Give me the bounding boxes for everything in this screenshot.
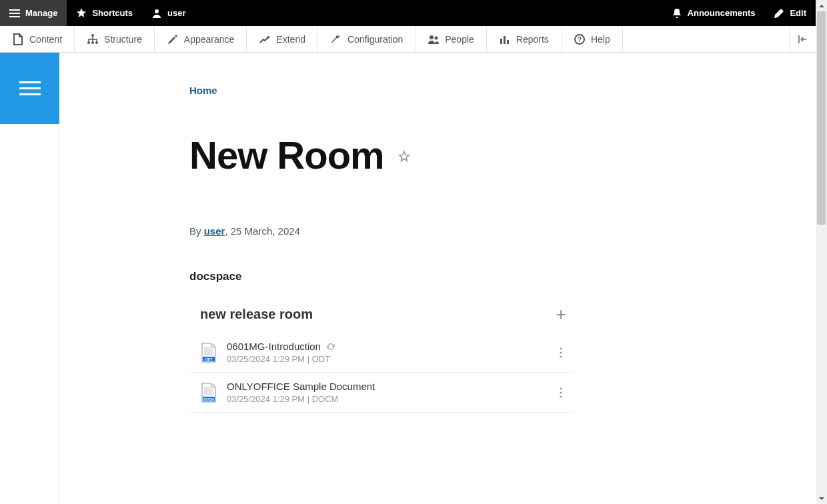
manage-label: Manage <box>25 8 57 18</box>
byline-prefix: By <box>189 225 204 237</box>
file-type-icon: ODT <box>200 343 217 363</box>
sidebar-menu-toggle[interactable] <box>0 53 59 124</box>
wrench-icon <box>330 33 342 45</box>
document-icon: ODT <box>200 343 217 363</box>
kebab-icon <box>560 387 562 398</box>
svg-point-6 <box>91 41 94 44</box>
puzzle-icon <box>259 33 271 45</box>
file-actions-button[interactable] <box>553 387 569 398</box>
manage-button[interactable]: Manage <box>0 0 67 26</box>
admin-menu-spacer <box>623 26 789 52</box>
svg-point-10 <box>435 36 438 39</box>
file-actions-button[interactable] <box>553 347 569 358</box>
menu-configuration[interactable]: Configuration <box>318 26 416 52</box>
docspace-header: new release room + <box>189 301 573 333</box>
document-icon: DOCM <box>200 383 217 403</box>
menu-configuration-label: Configuration <box>347 34 403 45</box>
room-name: new release room <box>200 307 313 322</box>
announcements-button[interactable]: Announcements <box>662 0 765 26</box>
admin-toolbar: Manage Shortcuts user Announcements Edit <box>0 0 816 26</box>
file-row[interactable]: DOCM ONLYOFFICE Sample Document 03/25/20… <box>189 373 573 413</box>
file-list: ODT 0601MG-Introduction 03/25/2024 1:29 … <box>189 333 573 413</box>
scroll-thumb[interactable] <box>817 11 826 225</box>
menu-extend-label: Extend <box>276 34 305 45</box>
breadcrumb: Home <box>189 85 816 96</box>
byline: By user, 25 March, 2024 <box>189 225 816 237</box>
page-icon <box>12 33 24 45</box>
favorite-button[interactable] <box>397 150 411 166</box>
pencil-icon <box>774 8 784 19</box>
hamburger-icon <box>19 81 41 95</box>
svg-text:ODT: ODT <box>205 357 213 361</box>
menu-people[interactable]: People <box>416 26 487 52</box>
svg-text:DOCM: DOCM <box>203 397 213 401</box>
hierarchy-icon <box>87 33 99 45</box>
chevron-up-icon <box>819 3 824 9</box>
menu-help[interactable]: ? Help <box>562 26 623 52</box>
announcements-label: Announcements <box>688 8 756 18</box>
hamburger-icon <box>9 8 20 19</box>
chart-icon <box>499 33 511 45</box>
svg-point-25 <box>560 355 562 357</box>
svg-rect-1 <box>9 13 20 14</box>
svg-point-33 <box>560 391 562 393</box>
menu-content[interactable]: Content <box>0 26 75 52</box>
file-info: 0601MG-Introduction 03/25/2024 1:29 PM |… <box>227 341 553 364</box>
svg-rect-2 <box>9 16 20 17</box>
scroll-down-button[interactable] <box>816 493 827 504</box>
svg-point-34 <box>560 395 562 397</box>
menu-extend[interactable]: Extend <box>247 26 318 52</box>
file-info: ONLYOFFICE Sample Document 03/25/2024 1:… <box>227 381 553 404</box>
kebab-icon <box>560 347 562 358</box>
menu-reports[interactable]: Reports <box>487 26 562 52</box>
people-icon <box>428 33 440 45</box>
page-title: New Room <box>189 133 384 177</box>
toolbar-collapse-button[interactable] <box>789 26 816 52</box>
svg-rect-16 <box>798 35 800 43</box>
author-link[interactable]: user <box>204 225 225 237</box>
edit-button[interactable]: Edit <box>764 0 816 26</box>
svg-point-7 <box>95 41 98 44</box>
menu-help-label: Help <box>591 34 610 45</box>
menu-structure[interactable]: Structure <box>75 26 155 52</box>
svg-point-32 <box>560 387 562 389</box>
left-sidebar <box>0 53 59 504</box>
sync-icon <box>326 342 335 351</box>
menu-structure-label: Structure <box>104 34 142 45</box>
add-file-button[interactable]: + <box>552 305 570 323</box>
user-button[interactable]: user <box>142 0 195 26</box>
svg-point-9 <box>430 35 434 39</box>
shortcuts-button[interactable]: Shortcuts <box>67 0 142 26</box>
file-name: 0601MG-Introduction <box>227 341 335 352</box>
menu-appearance[interactable]: Appearance <box>155 26 247 52</box>
svg-point-8 <box>267 36 269 39</box>
user-label: user <box>167 8 185 18</box>
file-row[interactable]: ODT 0601MG-Introduction 03/25/2024 1:29 … <box>189 333 573 373</box>
scroll-up-button[interactable] <box>816 0 827 11</box>
svg-text:?: ? <box>578 36 582 43</box>
bell-icon <box>672 8 682 19</box>
star-outline-icon <box>397 150 411 163</box>
help-icon: ? <box>574 33 586 45</box>
person-icon <box>151 8 162 19</box>
svg-rect-12 <box>504 36 506 44</box>
svg-rect-0 <box>9 9 20 11</box>
svg-point-4 <box>91 34 94 37</box>
menu-people-label: People <box>445 34 474 45</box>
vertical-scrollbar[interactable] <box>816 0 827 504</box>
docspace-panel: new release room + ODT 0601MG-Introducti… <box>189 301 573 413</box>
collapse-icon <box>797 33 809 45</box>
menu-reports-label: Reports <box>516 34 549 45</box>
section-label: docspace <box>189 270 816 283</box>
svg-point-5 <box>87 41 90 44</box>
svg-point-3 <box>155 9 159 13</box>
file-meta: 03/25/2024 1:29 PM | DOCM <box>227 394 553 404</box>
file-name: ONLYOFFICE Sample Document <box>227 381 375 392</box>
svg-point-24 <box>560 351 562 353</box>
svg-point-23 <box>560 347 562 349</box>
svg-rect-11 <box>500 39 502 44</box>
menu-content-label: Content <box>29 34 62 45</box>
chevron-down-icon <box>819 496 824 501</box>
svg-rect-13 <box>507 40 509 44</box>
breadcrumb-home[interactable]: Home <box>189 85 217 96</box>
